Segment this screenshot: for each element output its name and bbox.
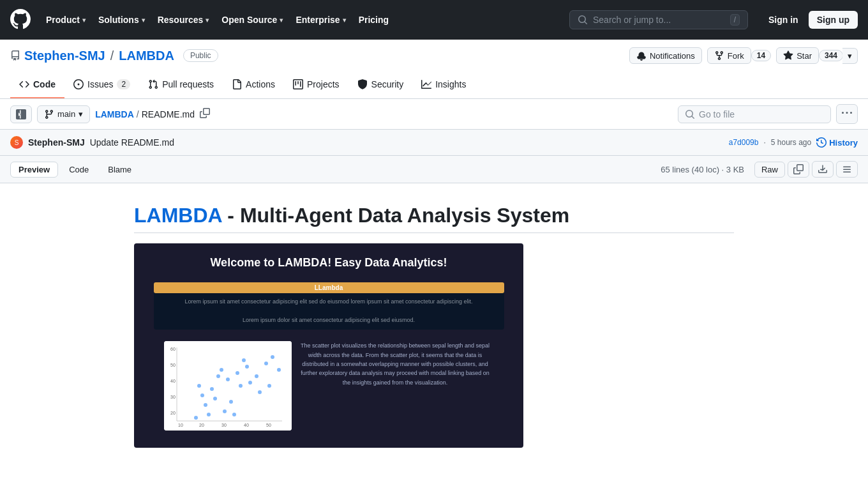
raw-button[interactable]: Raw bbox=[754, 162, 785, 178]
search-placeholder: Search or jump to... bbox=[593, 15, 725, 25]
svg-point-26 bbox=[216, 374, 220, 378]
svg-point-15 bbox=[223, 409, 227, 413]
open-source-menu[interactable]: Open Source ▾ bbox=[216, 11, 288, 29]
fork-label: Fork bbox=[728, 51, 744, 61]
readme-title-rest: - Multi-Agent Data Analysis System bbox=[221, 204, 569, 227]
notifications-label: Notifications bbox=[650, 51, 695, 61]
view-list-button[interactable] bbox=[836, 161, 858, 178]
sidebar-toggle-button[interactable] bbox=[10, 105, 32, 123]
product-menu[interactable]: Product ▾ bbox=[41, 11, 91, 29]
copy-path-button[interactable] bbox=[197, 107, 213, 121]
svg-point-21 bbox=[255, 374, 258, 378]
branch-icon bbox=[44, 109, 54, 119]
issues-count-badge: 2 bbox=[117, 79, 130, 89]
preview-button[interactable]: Preview bbox=[10, 162, 58, 178]
bell-icon bbox=[636, 50, 647, 61]
svg-text:50: 50 bbox=[266, 423, 271, 427]
code-view-button[interactable]: Code bbox=[61, 162, 97, 178]
tab-issues[interactable]: Issues 2 bbox=[64, 72, 139, 98]
readme-title: LAMBDA - Multi-Agent Data Analysis Syste… bbox=[134, 204, 734, 233]
go-to-file-search[interactable]: Go to file bbox=[678, 105, 831, 123]
fork-count[interactable]: 14 bbox=[751, 50, 771, 61]
readme-body-section: 60 50 40 30 20 10 20 30 40 50 bbox=[154, 341, 504, 431]
enterprise-chevron-icon: ▾ bbox=[343, 17, 346, 24]
enterprise-menu[interactable]: Enterprise ▾ bbox=[290, 11, 350, 29]
repo-owner-link[interactable]: Stephen-SMJ bbox=[24, 49, 105, 63]
svg-text:10: 10 bbox=[178, 423, 183, 427]
svg-text:40: 40 bbox=[170, 379, 176, 383]
copy-content-icon bbox=[793, 164, 804, 174]
star-button[interactable]: Star bbox=[776, 47, 819, 64]
nav-search[interactable]: Search or jump to... / bbox=[569, 10, 748, 29]
actions-icon bbox=[232, 79, 242, 89]
signin-button[interactable]: Sign in bbox=[763, 11, 804, 28]
star-count[interactable]: 344 bbox=[819, 50, 843, 61]
commit-message: Update README.md bbox=[90, 137, 174, 148]
svg-point-35 bbox=[267, 384, 271, 388]
file-search-icon bbox=[685, 109, 695, 119]
repo-path-slash: / bbox=[110, 49, 114, 63]
svg-text:20: 20 bbox=[199, 423, 204, 427]
solutions-menu[interactable]: Solutions ▾ bbox=[93, 11, 150, 29]
commit-author[interactable]: Stephen-SMJ bbox=[28, 137, 85, 148]
svg-text:30: 30 bbox=[221, 423, 227, 427]
svg-point-32 bbox=[277, 368, 281, 372]
svg-point-29 bbox=[220, 368, 223, 372]
tab-insights[interactable]: Insights bbox=[412, 72, 475, 98]
svg-point-18 bbox=[236, 371, 239, 375]
readme-analysis-text: The scatter plot visualizes the relation… bbox=[297, 341, 494, 431]
svg-text:40: 40 bbox=[244, 423, 249, 427]
more-options-button[interactable] bbox=[836, 104, 858, 124]
blame-button[interactable]: Blame bbox=[100, 162, 140, 178]
tab-issues-label: Issues bbox=[87, 79, 113, 89]
readme-image-container: Welcome to LAMBDA! Easy Data Analytics! … bbox=[134, 243, 734, 448]
svg-point-12 bbox=[194, 416, 198, 420]
security-icon bbox=[357, 79, 368, 89]
file-toolbar: main ▾ LAMBDA / README.md Go to file bbox=[0, 99, 868, 130]
tab-projects[interactable]: Projects bbox=[284, 72, 348, 98]
github-logo[interactable] bbox=[10, 9, 31, 31]
readme-lambda-link[interactable]: LAMBDA bbox=[134, 204, 221, 227]
product-chevron-icon: ▾ bbox=[82, 17, 86, 24]
repo-name-link[interactable]: LAMBDA bbox=[119, 49, 174, 63]
tab-projects-label: Projects bbox=[307, 79, 340, 89]
tab-actions[interactable]: Actions bbox=[223, 72, 284, 98]
readme-image-title: Welcome to LAMBDA! Easy Data Analytics! bbox=[197, 243, 460, 282]
resources-menu[interactable]: Resources ▾ bbox=[153, 11, 214, 29]
top-nav: Product ▾ Solutions ▾ Resources ▾ Open S… bbox=[0, 0, 868, 40]
svg-point-13 bbox=[204, 403, 207, 407]
download-button[interactable] bbox=[812, 161, 834, 178]
history-button[interactable]: History bbox=[816, 137, 858, 148]
signup-button[interactable]: Sign up bbox=[809, 11, 858, 29]
scatter-plot: 60 50 40 30 20 10 20 30 40 50 bbox=[164, 341, 292, 431]
breadcrumb-repo-link[interactable]: LAMBDA bbox=[95, 109, 134, 119]
pricing-link[interactable]: Pricing bbox=[354, 11, 394, 29]
commit-separator: · bbox=[763, 138, 765, 147]
copy-raw-button[interactable] bbox=[788, 161, 809, 178]
branch-selector[interactable]: main ▾ bbox=[37, 105, 90, 123]
tab-code[interactable]: Code bbox=[10, 72, 64, 98]
search-icon bbox=[578, 15, 588, 25]
tab-pull-requests[interactable]: Pull requests bbox=[139, 72, 223, 98]
star-icon bbox=[783, 50, 793, 61]
tab-security[interactable]: Security bbox=[348, 72, 413, 98]
file-search-placeholder: Go to file bbox=[699, 109, 824, 119]
notifications-button[interactable]: Notifications bbox=[629, 47, 702, 64]
svg-point-20 bbox=[239, 384, 243, 388]
commit-avatar: S bbox=[10, 136, 23, 149]
repo-header: Stephen-SMJ / LAMBDA Public Notification… bbox=[0, 40, 868, 99]
scatter-svg: 60 50 40 30 20 10 20 30 40 50 bbox=[164, 341, 292, 431]
svg-point-31 bbox=[207, 413, 211, 416]
repo-tabs: Code Issues 2 Pull requests Actions Pr bbox=[10, 72, 858, 98]
fork-icon bbox=[714, 50, 724, 61]
star-dropdown[interactable]: ▾ bbox=[842, 48, 858, 64]
commit-time: 5 hours ago bbox=[771, 138, 811, 147]
fork-button[interactable]: Fork bbox=[707, 47, 751, 64]
pull-request-icon bbox=[148, 79, 158, 89]
commit-sha[interactable]: a7d009b bbox=[729, 138, 759, 147]
solutions-chevron-icon: ▾ bbox=[142, 17, 145, 24]
svg-point-25 bbox=[200, 393, 204, 397]
branch-chevron-icon: ▾ bbox=[79, 109, 83, 119]
readme-demo-image: Welcome to LAMBDA! Easy Data Analytics! … bbox=[134, 243, 523, 448]
tab-insights-label: Insights bbox=[435, 79, 466, 89]
